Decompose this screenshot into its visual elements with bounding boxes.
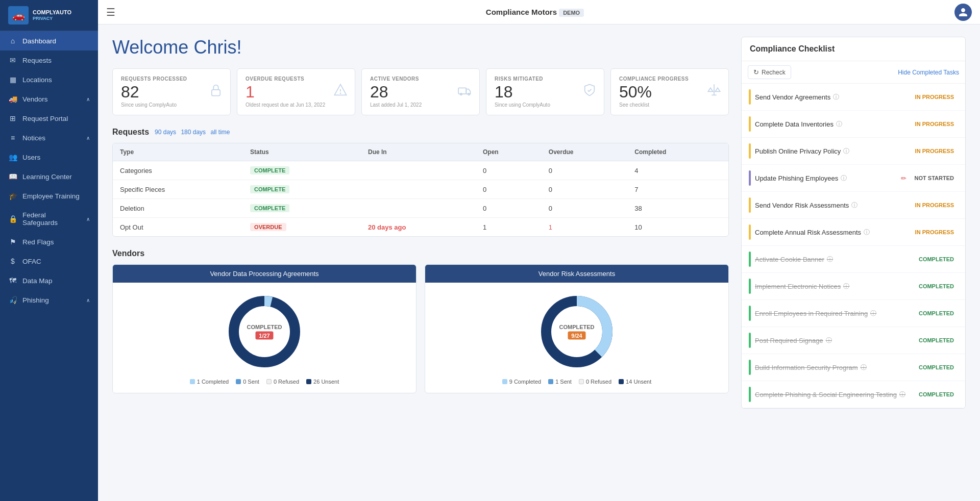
legend-label: 26 Unsent <box>313 379 339 385</box>
legend-label: 9 Completed <box>509 379 541 385</box>
stat-card-compliance-progress: COMPLIANCE PROGRESS 50% See checklist <box>610 68 729 115</box>
menu-toggle-button[interactable]: ☰ <box>106 6 115 18</box>
svg-point-2 <box>340 93 340 93</box>
logo-text: COMPLYAUTO PRIVACY <box>33 9 71 21</box>
checklist-item: Update Phishing Employees ⓘ ✏ NOT STARTE… <box>742 165 965 192</box>
stat-sub: Oldest request due at Jun 13, 2022 <box>246 102 347 108</box>
requests-section: Requests 90 days 180 days all time Type … <box>112 128 729 237</box>
info-icon[interactable]: ⓘ <box>843 147 849 156</box>
legend-dot-completed <box>190 379 195 384</box>
data-map-icon: 🗺 <box>8 277 17 285</box>
dpa-badge: 1/27 <box>255 332 273 340</box>
requests-table: Type Status Due In Open Overdue Complete… <box>113 143 728 236</box>
sidebar-item-locations[interactable]: ▦ Locations <box>0 70 98 89</box>
stat-value: 50% <box>619 84 720 100</box>
topbar: ☰ Compliance Motors DEMO <box>98 0 980 24</box>
user-avatar[interactable] <box>954 4 972 21</box>
cell-type: Specific Pieces <box>113 180 243 199</box>
filter-alltime[interactable]: all time <box>210 129 230 136</box>
dpa-chart-card: Vendor Data Processing Agreements <box>112 264 416 393</box>
sidebar-item-federal-safeguards[interactable]: 🔒 Federal Safeguards ∧ <box>0 206 98 232</box>
info-icon[interactable]: ⓘ <box>841 174 847 183</box>
cell-due-in <box>361 161 476 180</box>
info-icon[interactable]: ⓘ <box>899 390 905 399</box>
checklist-bar <box>749 224 751 240</box>
legend-label: 0 Sent <box>243 379 259 385</box>
info-icon[interactable]: ⓘ <box>843 282 849 291</box>
legend-dot-sent <box>548 379 553 384</box>
ofac-icon: $ <box>8 257 17 265</box>
sidebar-item-employee-training[interactable]: 🎓 Employee Training <box>0 186 98 206</box>
checklist-item: Send Vendor Risk Assessments ⓘ IN PROGRE… <box>742 192 965 219</box>
sidebar-item-request-portal[interactable]: ⊞ Request Portal <box>0 109 98 128</box>
info-icon[interactable]: ⓘ <box>827 255 833 264</box>
logo-icon: 🚗 <box>8 6 29 24</box>
checklist-item-label: Enroll Employees in Required Training ⓘ <box>755 309 911 318</box>
left-column: Welcome Chris! REQUESTS PROCESSED 82 Sin… <box>112 37 729 489</box>
sidebar-item-vendors[interactable]: 🚚 Vendors ∧ <box>0 89 98 109</box>
checklist-item-label: Post Required Signage ⓘ <box>755 336 911 345</box>
cell-open: 0 <box>476 161 542 180</box>
requests-table-wrapper: Type Status Due In Open Overdue Complete… <box>112 143 729 237</box>
legend-item: 0 Sent <box>236 379 259 385</box>
sidebar-item-requests[interactable]: ✉ Requests <box>0 51 98 70</box>
sidebar-item-dashboard[interactable]: ⌂ Dashboard <box>0 31 98 51</box>
sidebar-item-learning-center[interactable]: 📖 Learning Center <box>0 167 98 186</box>
checklist-bar <box>749 279 751 294</box>
checklist-bar <box>749 306 751 321</box>
notices-icon: ≡ <box>8 134 17 142</box>
status-badge: IN PROGRESS <box>911 120 958 128</box>
chevron-up-icon: ∧ <box>86 216 90 222</box>
vra-chart-card: Vendor Risk Assessments <box>425 264 729 393</box>
cell-status: COMPLETE <box>243 180 361 199</box>
dpa-legend: 1 Completed 0 Sent 0 Refused <box>190 379 339 385</box>
filter-180days[interactable]: 180 days <box>181 129 206 136</box>
status-badge: COMPLETED <box>915 282 958 290</box>
cell-overdue: 1 <box>542 218 627 237</box>
recheck-button[interactable]: ↻ Recheck <box>748 65 791 79</box>
sidebar-item-data-map[interactable]: 🗺 Data Map <box>0 271 98 290</box>
vendors-icon: 🚚 <box>8 95 17 103</box>
main-content: ☰ Compliance Motors DEMO Welcome Chris! … <box>98 0 980 501</box>
sidebar-item-ofac[interactable]: $ OFAC <box>0 252 98 271</box>
sidebar-item-notices[interactable]: ≡ Notices ∧ <box>0 128 98 147</box>
checklist-item-label: Complete Data Inventories ⓘ <box>755 120 907 129</box>
cell-type: Deletion <box>113 199 243 218</box>
dpa-donut-label: COMPLETED 1/27 <box>247 324 282 340</box>
hide-completed-button[interactable]: Hide Completed Tasks <box>898 69 959 76</box>
checklist-item: Publish Online Privacy Policy ⓘ IN PROGR… <box>742 138 965 165</box>
filter-90days[interactable]: 90 days <box>155 129 176 136</box>
table-row: Categories COMPLETE 0 0 4 <box>113 161 728 180</box>
sidebar-item-label: Users <box>22 154 90 161</box>
checklist-item-label: Publish Online Privacy Policy ⓘ <box>755 147 907 156</box>
sidebar-item-label: Data Map <box>22 277 90 285</box>
checklist-item-label: Send Vendor Risk Assessments ⓘ <box>755 201 907 210</box>
info-icon[interactable]: ⓘ <box>851 201 857 210</box>
checklist-bar <box>749 252 751 267</box>
sidebar-item-red-flags[interactable]: ⚑ Red Flags <box>0 232 98 252</box>
sidebar-item-users[interactable]: 👥 Users <box>0 147 98 167</box>
sidebar-item-label: Notices <box>22 134 81 142</box>
stat-label: COMPLIANCE PROGRESS <box>619 76 720 82</box>
info-icon[interactable]: ⓘ <box>870 309 876 318</box>
legend-dot-completed <box>502 379 507 384</box>
checklist-item-label: Implement Electronic Notices ⓘ <box>755 282 911 291</box>
stat-value: 28 <box>370 84 471 100</box>
checklist-item: Complete Phishing & Social Engineering T… <box>742 381 965 408</box>
info-icon[interactable]: ⓘ <box>864 228 870 237</box>
info-icon[interactable]: ⓘ <box>833 93 839 102</box>
info-icon[interactable]: ⓘ <box>836 120 842 129</box>
info-icon[interactable]: ⓘ <box>826 336 832 345</box>
sidebar-item-phishing[interactable]: 🎣 Phishing ∧ <box>0 290 98 310</box>
info-icon[interactable]: ⓘ <box>861 363 867 372</box>
checklist-item: Activate Cookie Banner ⓘ COMPLETED <box>742 246 965 273</box>
table-row: Specific Pieces COMPLETE 0 0 7 <box>113 180 728 199</box>
cell-due-in <box>361 180 476 199</box>
status-badge: IN PROGRESS <box>911 93 958 101</box>
checklist-items-list: Send Vendor Agreements ⓘ IN PROGRESS Com… <box>742 84 965 408</box>
checklist-item-label: Activate Cookie Banner ⓘ <box>755 255 911 264</box>
checklist-bar <box>749 360 751 375</box>
safeguards-icon: 🔒 <box>8 215 17 223</box>
cell-status: COMPLETE <box>243 199 361 218</box>
cell-due-in <box>361 199 476 218</box>
